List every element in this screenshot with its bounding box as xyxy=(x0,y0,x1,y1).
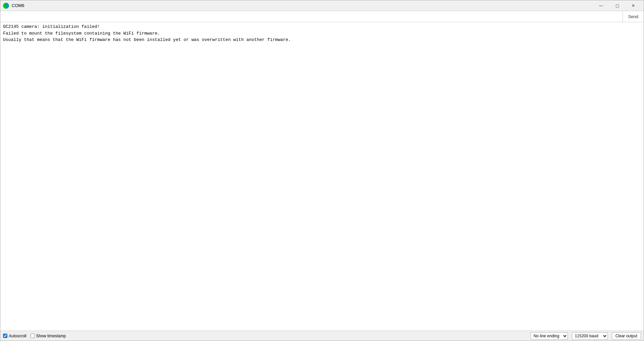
baud-rate-select[interactable]: 300 baud 1200 baud 2400 baud 4800 baud 9… xyxy=(572,332,608,340)
minimize-button[interactable]: — xyxy=(593,0,609,11)
window-title: COM6 xyxy=(12,3,24,8)
title-bar-controls: — ▢ ✕ xyxy=(593,0,641,11)
status-bar: Autoscroll Show timestamp No line ending… xyxy=(0,331,644,341)
maximize-button[interactable]: ▢ xyxy=(609,0,625,11)
close-button[interactable]: ✕ xyxy=(626,0,641,11)
output-line-1: GC2145 camera: initialization failed! xyxy=(3,24,100,29)
app-icon xyxy=(3,3,9,9)
show-timestamp-checkbox[interactable] xyxy=(31,334,35,338)
title-bar: COM6 — ▢ ✕ xyxy=(0,0,644,11)
autoscroll-label[interactable]: Autoscroll xyxy=(3,334,26,338)
title-bar-left: COM6 xyxy=(3,3,24,9)
send-bar: Send xyxy=(0,11,644,22)
autoscroll-text: Autoscroll xyxy=(9,334,26,338)
line-ending-select[interactable]: No line ending Newline Carriage return B… xyxy=(531,332,568,340)
serial-output: GC2145 camera: initialization failed! Fa… xyxy=(0,22,644,331)
serial-monitor-window: COM6 — ▢ ✕ Send GC2145 camera: initializ… xyxy=(0,0,644,341)
timestamp-label[interactable]: Show timestamp xyxy=(31,334,66,338)
output-line-3: Usually that means that the WiFi firmwar… xyxy=(3,37,291,42)
timestamp-text: Show timestamp xyxy=(36,334,66,338)
clear-output-button[interactable]: Clear output xyxy=(612,332,641,340)
autoscroll-checkbox[interactable] xyxy=(3,334,7,338)
send-button[interactable]: Send xyxy=(623,11,644,22)
message-input[interactable] xyxy=(0,11,623,22)
output-line-2: Failed to mount the filesystem containin… xyxy=(3,31,160,36)
